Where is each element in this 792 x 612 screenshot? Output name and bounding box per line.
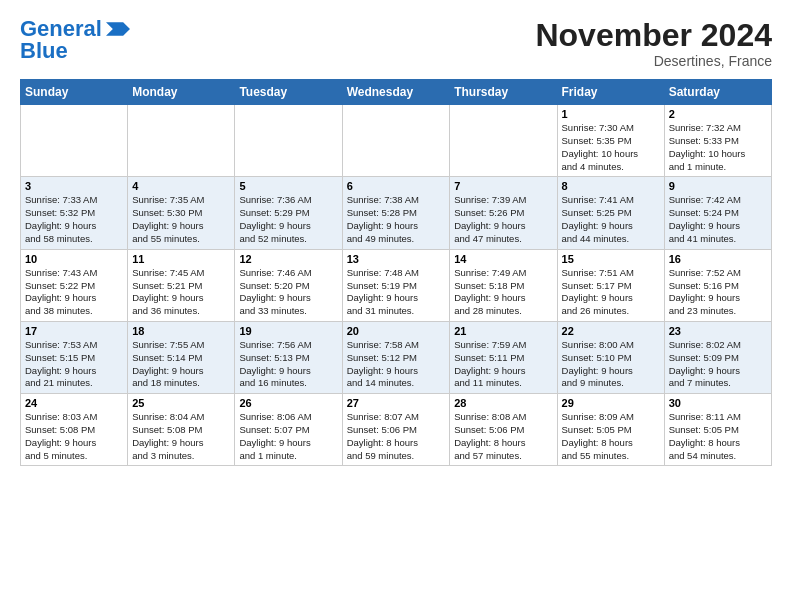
table-row: 29Sunrise: 8:09 AM Sunset: 5:05 PM Dayli… (557, 394, 664, 466)
day-number: 26 (239, 397, 337, 409)
table-row: 20Sunrise: 7:58 AM Sunset: 5:12 PM Dayli… (342, 321, 450, 393)
table-row: 19Sunrise: 7:56 AM Sunset: 5:13 PM Dayli… (235, 321, 342, 393)
calendar-week-row: 24Sunrise: 8:03 AM Sunset: 5:08 PM Dayli… (21, 394, 772, 466)
day-info: Sunrise: 7:39 AM Sunset: 5:26 PM Dayligh… (454, 194, 552, 245)
day-info: Sunrise: 8:06 AM Sunset: 5:07 PM Dayligh… (239, 411, 337, 462)
day-number: 2 (669, 108, 767, 120)
col-saturday: Saturday (664, 80, 771, 105)
day-info: Sunrise: 7:30 AM Sunset: 5:35 PM Dayligh… (562, 122, 660, 173)
table-row: 2Sunrise: 7:32 AM Sunset: 5:33 PM Daylig… (664, 105, 771, 177)
day-number: 10 (25, 253, 123, 265)
day-number: 1 (562, 108, 660, 120)
table-row (128, 105, 235, 177)
table-row: 24Sunrise: 8:03 AM Sunset: 5:08 PM Dayli… (21, 394, 128, 466)
table-row: 14Sunrise: 7:49 AM Sunset: 5:18 PM Dayli… (450, 249, 557, 321)
day-info: Sunrise: 7:38 AM Sunset: 5:28 PM Dayligh… (347, 194, 446, 245)
day-info: Sunrise: 7:33 AM Sunset: 5:32 PM Dayligh… (25, 194, 123, 245)
title-block: November 2024 Desertines, France (535, 18, 772, 69)
day-number: 30 (669, 397, 767, 409)
table-row: 12Sunrise: 7:46 AM Sunset: 5:20 PM Dayli… (235, 249, 342, 321)
logo-icon (106, 22, 130, 36)
table-row (450, 105, 557, 177)
day-info: Sunrise: 7:48 AM Sunset: 5:19 PM Dayligh… (347, 267, 446, 318)
day-number: 18 (132, 325, 230, 337)
day-number: 6 (347, 180, 446, 192)
day-number: 21 (454, 325, 552, 337)
table-row: 26Sunrise: 8:06 AM Sunset: 5:07 PM Dayli… (235, 394, 342, 466)
day-info: Sunrise: 7:49 AM Sunset: 5:18 PM Dayligh… (454, 267, 552, 318)
calendar-header-row: Sunday Monday Tuesday Wednesday Thursday… (21, 80, 772, 105)
day-number: 7 (454, 180, 552, 192)
day-number: 5 (239, 180, 337, 192)
day-info: Sunrise: 8:04 AM Sunset: 5:08 PM Dayligh… (132, 411, 230, 462)
table-row: 7Sunrise: 7:39 AM Sunset: 5:26 PM Daylig… (450, 177, 557, 249)
col-thursday: Thursday (450, 80, 557, 105)
day-number: 19 (239, 325, 337, 337)
day-number: 14 (454, 253, 552, 265)
day-info: Sunrise: 8:03 AM Sunset: 5:08 PM Dayligh… (25, 411, 123, 462)
day-info: Sunrise: 8:00 AM Sunset: 5:10 PM Dayligh… (562, 339, 660, 390)
table-row: 1Sunrise: 7:30 AM Sunset: 5:35 PM Daylig… (557, 105, 664, 177)
svg-marker-0 (106, 22, 130, 36)
subtitle: Desertines, France (535, 53, 772, 69)
day-info: Sunrise: 7:56 AM Sunset: 5:13 PM Dayligh… (239, 339, 337, 390)
day-number: 3 (25, 180, 123, 192)
logo-text: General (20, 18, 102, 40)
month-title: November 2024 (535, 18, 772, 53)
calendar-table: Sunday Monday Tuesday Wednesday Thursday… (20, 79, 772, 466)
table-row: 18Sunrise: 7:55 AM Sunset: 5:14 PM Dayli… (128, 321, 235, 393)
day-number: 13 (347, 253, 446, 265)
day-number: 25 (132, 397, 230, 409)
table-row: 22Sunrise: 8:00 AM Sunset: 5:10 PM Dayli… (557, 321, 664, 393)
col-wednesday: Wednesday (342, 80, 450, 105)
day-info: Sunrise: 7:51 AM Sunset: 5:17 PM Dayligh… (562, 267, 660, 318)
day-info: Sunrise: 8:11 AM Sunset: 5:05 PM Dayligh… (669, 411, 767, 462)
day-info: Sunrise: 8:02 AM Sunset: 5:09 PM Dayligh… (669, 339, 767, 390)
table-row (342, 105, 450, 177)
day-number: 16 (669, 253, 767, 265)
col-tuesday: Tuesday (235, 80, 342, 105)
logo-blue: Blue (20, 40, 68, 62)
day-info: Sunrise: 8:07 AM Sunset: 5:06 PM Dayligh… (347, 411, 446, 462)
table-row: 28Sunrise: 8:08 AM Sunset: 5:06 PM Dayli… (450, 394, 557, 466)
table-row (235, 105, 342, 177)
day-number: 4 (132, 180, 230, 192)
day-number: 15 (562, 253, 660, 265)
day-info: Sunrise: 7:53 AM Sunset: 5:15 PM Dayligh… (25, 339, 123, 390)
day-info: Sunrise: 7:36 AM Sunset: 5:29 PM Dayligh… (239, 194, 337, 245)
day-info: Sunrise: 7:41 AM Sunset: 5:25 PM Dayligh… (562, 194, 660, 245)
day-info: Sunrise: 7:52 AM Sunset: 5:16 PM Dayligh… (669, 267, 767, 318)
day-number: 23 (669, 325, 767, 337)
table-row: 9Sunrise: 7:42 AM Sunset: 5:24 PM Daylig… (664, 177, 771, 249)
day-info: Sunrise: 7:32 AM Sunset: 5:33 PM Dayligh… (669, 122, 767, 173)
day-info: Sunrise: 7:35 AM Sunset: 5:30 PM Dayligh… (132, 194, 230, 245)
day-number: 20 (347, 325, 446, 337)
day-number: 11 (132, 253, 230, 265)
calendar-week-row: 10Sunrise: 7:43 AM Sunset: 5:22 PM Dayli… (21, 249, 772, 321)
calendar-week-row: 1Sunrise: 7:30 AM Sunset: 5:35 PM Daylig… (21, 105, 772, 177)
table-row: 25Sunrise: 8:04 AM Sunset: 5:08 PM Dayli… (128, 394, 235, 466)
table-row: 16Sunrise: 7:52 AM Sunset: 5:16 PM Dayli… (664, 249, 771, 321)
day-number: 22 (562, 325, 660, 337)
table-row: 30Sunrise: 8:11 AM Sunset: 5:05 PM Dayli… (664, 394, 771, 466)
day-number: 8 (562, 180, 660, 192)
table-row: 17Sunrise: 7:53 AM Sunset: 5:15 PM Dayli… (21, 321, 128, 393)
table-row: 11Sunrise: 7:45 AM Sunset: 5:21 PM Dayli… (128, 249, 235, 321)
day-info: Sunrise: 7:59 AM Sunset: 5:11 PM Dayligh… (454, 339, 552, 390)
day-info: Sunrise: 7:45 AM Sunset: 5:21 PM Dayligh… (132, 267, 230, 318)
day-number: 17 (25, 325, 123, 337)
table-row: 13Sunrise: 7:48 AM Sunset: 5:19 PM Dayli… (342, 249, 450, 321)
table-row: 3Sunrise: 7:33 AM Sunset: 5:32 PM Daylig… (21, 177, 128, 249)
day-info: Sunrise: 7:55 AM Sunset: 5:14 PM Dayligh… (132, 339, 230, 390)
table-row (21, 105, 128, 177)
day-info: Sunrise: 8:09 AM Sunset: 5:05 PM Dayligh… (562, 411, 660, 462)
day-number: 29 (562, 397, 660, 409)
calendar-week-row: 17Sunrise: 7:53 AM Sunset: 5:15 PM Dayli… (21, 321, 772, 393)
col-monday: Monday (128, 80, 235, 105)
page: General Blue November 2024 Desertines, F… (0, 0, 792, 476)
col-sunday: Sunday (21, 80, 128, 105)
header: General Blue November 2024 Desertines, F… (20, 18, 772, 69)
day-number: 12 (239, 253, 337, 265)
table-row: 5Sunrise: 7:36 AM Sunset: 5:29 PM Daylig… (235, 177, 342, 249)
day-number: 24 (25, 397, 123, 409)
